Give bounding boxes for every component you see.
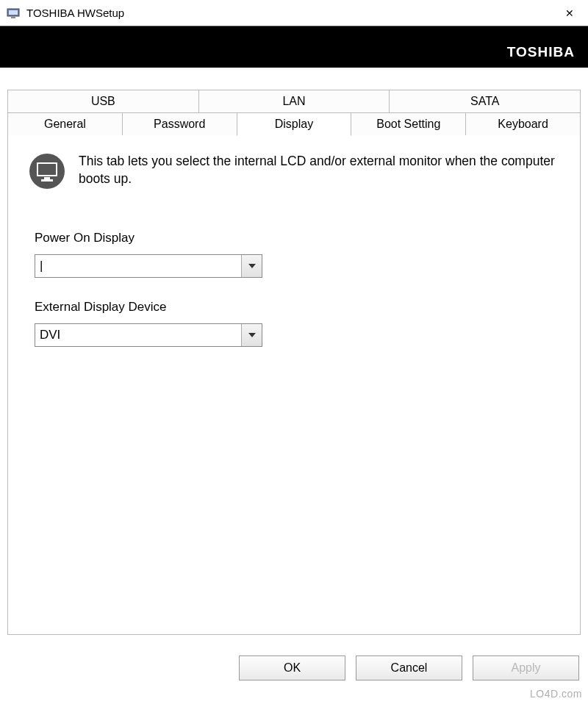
external-display-dropdown-button[interactable] [241, 324, 262, 346]
ok-button[interactable]: OK [239, 655, 345, 680]
apply-button: Apply [473, 655, 579, 680]
window-title: TOSHIBA HWSetup [26, 7, 551, 19]
tab-boot-setting[interactable]: Boot Setting [351, 112, 466, 136]
tabstrip: USB LAN SATA General Password Display Bo… [7, 90, 581, 635]
tab-keyboard[interactable]: Keyboard [465, 112, 581, 136]
brand-bar: TOSHIBA [0, 26, 588, 68]
chevron-down-icon [248, 333, 256, 337]
svg-rect-1 [9, 10, 18, 15]
external-display-label: External Display Device [35, 300, 559, 315]
dialog-button-bar: OK Cancel Apply [239, 655, 579, 680]
close-icon: ✕ [565, 7, 574, 19]
chevron-down-icon [248, 264, 256, 268]
app-icon [6, 6, 21, 21]
power-on-display-label: Power On Display [35, 231, 559, 245]
power-on-display-value: | [35, 255, 241, 277]
tab-row-bottom: General Password Display Boot Setting Ke… [7, 112, 581, 136]
svg-rect-6 [44, 177, 50, 179]
tab-usb[interactable]: USB [7, 90, 199, 112]
svg-rect-5 [38, 164, 56, 175]
svg-rect-2 [11, 17, 15, 18]
external-display-combo[interactable]: DVI [35, 323, 262, 347]
external-display-value: DVI [35, 324, 241, 346]
close-button[interactable]: ✕ [551, 0, 588, 26]
tab-lan[interactable]: LAN [198, 90, 390, 112]
cancel-button[interactable]: Cancel [356, 655, 462, 680]
monitor-icon [29, 153, 65, 190]
tab-general[interactable]: General [7, 112, 123, 136]
brand-logo: TOSHIBA [507, 44, 575, 60]
power-on-display-combo[interactable]: | [35, 254, 262, 278]
tab-description: This tab lets you select the internal LC… [79, 153, 559, 187]
watermark: LO4D.com [530, 688, 582, 700]
tab-password[interactable]: Password [122, 112, 237, 136]
tab-display[interactable]: Display [237, 112, 352, 136]
description-row: This tab lets you select the internal LC… [29, 153, 559, 190]
tab-sata[interactable]: SATA [389, 90, 581, 112]
svg-rect-7 [41, 179, 53, 182]
tab-row-top: USB LAN SATA [7, 90, 581, 112]
power-on-display-dropdown-button[interactable] [241, 255, 262, 277]
tab-panel-display: This tab lets you select the internal LC… [7, 135, 581, 635]
titlebar: TOSHIBA HWSetup ✕ [0, 0, 588, 26]
